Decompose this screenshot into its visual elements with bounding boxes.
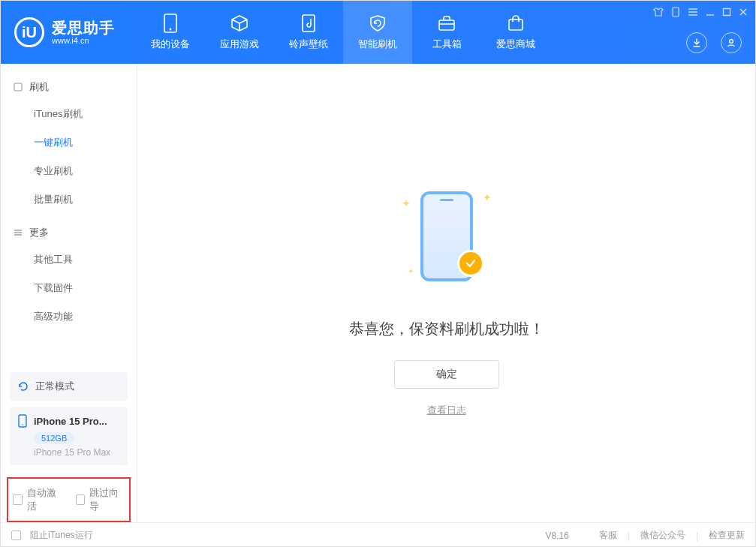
svg-rect-11 [724,9,730,16]
sidebar-item-download-firmware[interactable]: 下载固件 [1,274,137,302]
device-storage-badge: 512GB [34,432,74,444]
svg-point-1 [170,29,172,31]
svg-rect-3 [439,20,454,30]
app-logo-block: iU 爱思助手 www.i4.cn [1,1,128,64]
checkbox-block-itunes[interactable]: 阻止iTunes运行 [11,529,93,542]
app-logo-icon: iU [14,17,44,47]
view-log-link[interactable]: 查看日志 [427,404,466,417]
checkbox-label: 阻止iTunes运行 [30,529,93,542]
download-icon[interactable] [686,32,707,53]
app-header: iU 爱思助手 www.i4.cn 我的设备 应用游戏 铃声壁纸 [1,1,755,64]
highlighted-options: 自动激活 跳过向导 [7,477,131,522]
sidebar-item-advanced[interactable]: 高级功能 [1,302,137,331]
nav-tab-label: 铃声壁纸 [289,38,328,51]
device-name: iPhone 15 Pro... [34,416,107,427]
shop-icon [506,14,526,33]
svg-point-20 [22,424,23,425]
nav-tab-label: 爱思商城 [496,38,535,51]
phone-icon [17,414,28,428]
version-label: V8.16 [545,530,568,541]
svg-rect-6 [673,8,679,17]
sparkle-icon: ✦ [408,267,414,275]
device-model: iPhone 15 Pro Max [34,447,120,458]
sidebar-item-oneclick-flash[interactable]: 一键刷机 [1,128,137,157]
checkbox-auto-activate[interactable]: 自动激活 [13,486,62,513]
square-icon [13,82,23,92]
sidebar-item-itunes-flash[interactable]: iTunes刷机 [1,100,137,128]
phone-small-icon[interactable] [671,7,680,17]
maximize-icon[interactable] [722,8,731,17]
top-nav: 我的设备 应用游戏 铃声壁纸 智能刷机 工具箱 [136,1,550,64]
ok-button[interactable]: 确定 [394,360,499,389]
refresh-icon [17,380,29,392]
footer-link-wechat[interactable]: 微信公众号 [640,529,685,542]
close-icon[interactable] [739,8,748,17]
footer-link-support[interactable]: 客服 [599,529,617,542]
list-icon [13,227,23,238]
main-content: ✦ ✦ ✦ 恭喜您，保资料刷机成功啦！ 确定 查看日志 [137,64,755,522]
nav-tab-apps[interactable]: 应用游戏 [205,1,274,64]
svg-rect-15 [14,83,22,91]
nav-tab-flash[interactable]: 智能刷机 [343,1,412,64]
device-mode-row[interactable]: 正常模式 [10,372,128,401]
sidebar-item-pro-flash[interactable]: 专业刷机 [1,157,137,185]
footer-link-update[interactable]: 检查更新 [709,529,745,542]
success-panel: ✦ ✦ ✦ 恭喜您，保资料刷机成功啦！ 确定 查看日志 [349,176,544,417]
app-subtitle: www.i4.cn [52,36,115,45]
menu-icon[interactable] [688,8,698,17]
nav-tab-label: 工具箱 [432,38,462,51]
toolbox-icon [437,14,456,33]
nav-tab-label: 应用游戏 [220,38,259,51]
nav-tab-device[interactable]: 我的设备 [136,1,205,64]
success-illustration: ✦ ✦ ✦ [387,176,507,296]
music-icon [299,14,318,33]
sparkle-icon: ✦ [402,197,411,209]
device-mode-label: 正常模式 [35,380,74,393]
sidebar-group-flash: 刷机 [1,74,137,100]
sidebar-item-other-tools[interactable]: 其他工具 [1,245,137,274]
app-title: 爱思助手 [52,20,115,36]
cube-icon [230,14,249,33]
checkbox-label: 跳过向导 [89,486,125,513]
device-icon [161,14,180,33]
nav-tab-ringtone[interactable]: 铃声壁纸 [274,1,343,64]
nav-tab-label: 我的设备 [151,38,190,51]
svg-point-14 [730,40,733,44]
checkbox-skip-guide[interactable]: 跳过向导 [76,486,125,513]
sparkle-icon: ✦ [483,191,492,203]
nav-tab-toolbox[interactable]: 工具箱 [412,1,481,64]
header-action-icons [686,32,742,53]
sidebar-group-more: 更多 [1,220,137,245]
nav-tab-shop[interactable]: 爱思商城 [481,1,550,64]
sidebar: 刷机 iTunes刷机 一键刷机 专业刷机 批量刷机 更多 其他工具 下载固件 … [1,64,137,522]
user-icon[interactable] [721,32,742,53]
svg-rect-5 [509,20,523,30]
minimize-icon[interactable] [706,8,715,17]
sidebar-group-title: 刷机 [29,80,49,94]
refresh-shield-icon [368,14,387,33]
checkbox-label: 自动激活 [27,486,62,513]
window-controls [653,7,748,17]
nav-tab-label: 智能刷机 [358,38,397,51]
check-badge-icon [457,250,484,277]
skin-icon[interactable] [653,7,664,17]
sidebar-group-title: 更多 [29,226,49,239]
device-card[interactable]: iPhone 15 Pro... 512GB iPhone 15 Pro Max [10,407,128,465]
sidebar-item-batch-flash[interactable]: 批量刷机 [1,185,137,214]
success-message: 恭喜您，保资料刷机成功啦！ [349,319,544,339]
status-bar: 阻止iTunes运行 V8.16 客服 | 微信公众号 | 检查更新 [1,522,755,547]
